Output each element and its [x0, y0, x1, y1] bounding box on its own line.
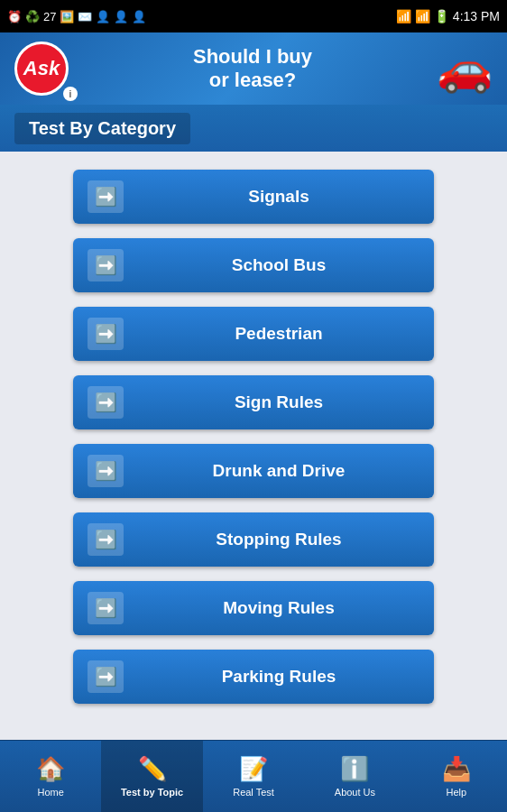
- category-btn-stopping-rules[interactable]: ➡️ Stopping Rules: [73, 512, 434, 567]
- time-display: 4:13 PM: [453, 9, 500, 23]
- bottom-nav: 🏠 Home ✏️ Test by Topic 📝 Real Test ℹ️ A…: [0, 740, 507, 812]
- ad-text: Should I buy or lease?: [69, 45, 437, 93]
- category-label: School Bus: [138, 255, 419, 275]
- category-btn-signals[interactable]: ➡️ Signals: [73, 170, 434, 224]
- nav-item-help[interactable]: 📥 Help: [406, 741, 507, 812]
- category-label: Drunk and Drive: [138, 461, 419, 481]
- arrow-icon: ➡️: [88, 318, 124, 350]
- status-left: ⏰ ♻️ 27 🖼️ ✉️ 👤 👤 👤: [7, 10, 146, 23]
- category-btn-drunk-and-drive[interactable]: ➡️ Drunk and Drive: [73, 444, 434, 498]
- ask-logo: Ask: [14, 42, 69, 96]
- arrow-icon: ➡️: [88, 180, 124, 213]
- ad-info-icon[interactable]: i: [63, 87, 78, 101]
- arrow-icon: ➡️: [88, 249, 124, 281]
- battery-icon: 🔋: [434, 9, 449, 23]
- arrow-icon: ➡️: [88, 523, 124, 556]
- ad-car-image: 🚗: [437, 42, 493, 95]
- nav-icon-about-us: ℹ️: [340, 755, 369, 783]
- page-header: Test By Category: [0, 105, 507, 152]
- category-label: Signals: [138, 187, 419, 207]
- alarm-icon: ⏰: [7, 10, 22, 23]
- status-bar: ⏰ ♻️ 27 🖼️ ✉️ 👤 👤 👤 📶 📶 🔋 4:13 PM: [0, 0, 507, 32]
- photo-icon: 🖼️: [60, 10, 74, 23]
- category-btn-parking-rules[interactable]: ➡️ Parking Rules: [73, 650, 434, 704]
- alert-icon3: 👤: [132, 10, 146, 23]
- status-right: 📶 📶 🔋 4:13 PM: [396, 9, 500, 23]
- category-btn-school-bus[interactable]: ➡️ School Bus: [73, 238, 434, 292]
- category-label: Parking Rules: [138, 667, 419, 687]
- alert-icon1: 👤: [96, 10, 110, 23]
- page-title: Test By Category: [14, 113, 190, 144]
- nav-icon-real-test: 📝: [239, 755, 268, 783]
- nav-icon-help: 📥: [442, 755, 471, 783]
- category-label: Moving Rules: [138, 598, 419, 618]
- category-label: Pedestrian: [138, 324, 419, 344]
- arrow-icon: ➡️: [88, 660, 124, 693]
- category-btn-moving-rules[interactable]: ➡️ Moving Rules: [73, 581, 434, 635]
- nav-item-test-by-topic[interactable]: ✏️ Test by Topic: [101, 741, 202, 812]
- nav-label-test-by-topic: Test by Topic: [121, 787, 183, 798]
- alert-icon2: 👤: [114, 10, 128, 23]
- nav-item-real-test[interactable]: 📝 Real Test: [203, 741, 304, 812]
- main-content: ➡️ Signals ➡️ School Bus ➡️ Pedestrian ➡…: [0, 152, 507, 740]
- category-label: Stopping Rules: [138, 530, 419, 549]
- category-label: Sign Rules: [138, 392, 419, 412]
- notification-count: 27: [43, 10, 56, 23]
- refresh-icon: ♻️: [25, 10, 40, 23]
- nav-icon-home: 🏠: [36, 755, 65, 783]
- nav-label-about-us: About Us: [335, 787, 375, 798]
- nav-item-home[interactable]: 🏠 Home: [0, 741, 101, 812]
- arrow-icon: ➡️: [88, 455, 124, 487]
- email-icon: ✉️: [78, 10, 92, 23]
- nav-label-real-test: Real Test: [233, 787, 274, 798]
- category-btn-pedestrian[interactable]: ➡️ Pedestrian: [73, 307, 434, 361]
- signal-icon: 📶: [415, 9, 430, 23]
- nav-icon-test-by-topic: ✏️: [138, 755, 167, 783]
- wifi-icon: 📶: [396, 9, 411, 23]
- nav-item-about-us[interactable]: ℹ️ About Us: [304, 741, 405, 812]
- nav-label-home: Home: [38, 787, 64, 798]
- category-btn-sign-rules[interactable]: ➡️ Sign Rules: [73, 375, 434, 429]
- arrow-icon: ➡️: [88, 592, 124, 624]
- ad-banner[interactable]: Ask Should I buy or lease? 🚗 i: [0, 32, 507, 105]
- nav-label-help: Help: [447, 787, 467, 798]
- arrow-icon: ➡️: [88, 386, 124, 419]
